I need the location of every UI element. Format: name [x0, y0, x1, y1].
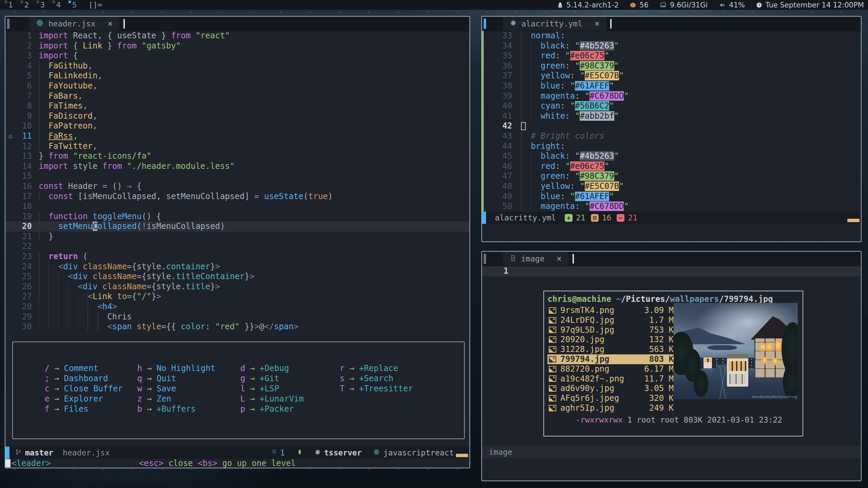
code-line: 16const Header = () ⇒ { [5, 181, 469, 192]
code-editor-alacritty[interactable]: 33 normal:34 black: "#4b5263"35 red: "#e… [484, 31, 861, 212]
line-number: 4 [5, 61, 39, 71]
code-line: 20 setMenuCollapsed(!isMenuCollapsed) [5, 221, 469, 232]
line-number: 27 [5, 292, 39, 302]
code-line: 48 yellow: "#E5C07B" [484, 181, 861, 192]
workspace-4[interactable]: 4 [51, 0, 66, 10]
line-number: 19 [5, 212, 39, 222]
memory-icon [659, 2, 667, 8]
watermark: www.DesktopBackground.org [752, 395, 797, 398]
whichkey-binding: b→+Buffers [133, 404, 215, 414]
file-icon [510, 254, 516, 263]
line-number: 46 [484, 161, 521, 172]
line-number: 42 [484, 121, 521, 131]
line-number: 3 [5, 51, 39, 61]
image-file-icon [549, 336, 556, 343]
close-icon[interactable]: × [595, 19, 599, 28]
cursorline-row[interactable]: 1 [482, 266, 861, 276]
code-line: 6 FaYoutube, [5, 81, 469, 91]
editor-window-image: image × 1 chris@machine ~/Pictures/wallp… [481, 251, 862, 481]
code-line: 11 FaRss, [5, 131, 469, 141]
workspace-1[interactable]: 1 [3, 0, 19, 10]
close-icon[interactable]: × [557, 254, 561, 263]
tab-image[interactable]: image × [503, 252, 568, 266]
line-number: 2 [5, 41, 39, 51]
file-row: 799794.jpg803 K [547, 354, 674, 364]
code-line: 36 green: "#98C379" [484, 61, 861, 71]
workspace-5[interactable]: 5 [66, 0, 82, 10]
line-number: 38 [484, 81, 521, 91]
line-number: 23 [5, 252, 39, 262]
diff-removed-icon: − [617, 214, 624, 222]
mode-indicator [482, 212, 486, 224]
line-number: 16 [5, 181, 39, 192]
line-number: 37 [484, 71, 521, 81]
whichkey-binding: s→+Search [336, 373, 413, 384]
code-line: 19 function toggleMenu() { [5, 212, 469, 222]
line-number: 18 [5, 201, 39, 212]
terminal-preview: chris@machine ~/Pictures/wallpapers/7997… [543, 291, 803, 436]
tab-header-jsx[interactable]: header.jsx × [29, 17, 119, 31]
code-line: 21 } [5, 232, 469, 242]
whichkey-binding: z→Zen [133, 394, 215, 404]
line-number: 17 [5, 192, 39, 202]
cmdline-cursor [5, 459, 11, 467]
image-preview: www.DesktopBackground.org [674, 303, 798, 399]
line-number: 6 [5, 81, 39, 91]
file-row: 97q9L5D.jpg753 K [547, 325, 674, 335]
workspace-3[interactable]: 3 [35, 0, 51, 10]
file-permissions: -rwxrwxrwx [576, 415, 622, 424]
whichkey-binding: e→Explorer [41, 394, 123, 404]
status-package: 56 [630, 1, 649, 9]
status-memory: 9.6Gi/31Gi [659, 1, 708, 9]
image-file-icon [549, 366, 556, 372]
image-file-icon [549, 346, 556, 353]
cmdline-left: <leader> <esc> close <bs> go up one leve… [5, 459, 469, 468]
workspace-2[interactable]: 2 [19, 0, 35, 10]
code-line: 45 black: "#4b5263" [484, 151, 861, 161]
git-branch-icon [15, 448, 22, 457]
bufferline-separator [484, 19, 486, 29]
code-line: 9 FaDiscord, [5, 111, 469, 121]
code-line: 1import React, { useState } from "react" [5, 31, 469, 41]
diagnostics-indicator: 1 [271, 448, 285, 457]
diff-changed-count: 16 [602, 213, 612, 222]
image-file-icon [549, 317, 556, 324]
line-number: 39 [484, 91, 521, 101]
line-number: 30 [5, 322, 39, 332]
code-line: 13} from "react-icons/fa" [5, 151, 469, 161]
tab-alacritty-yml[interactable]: alacritty.yml × [503, 17, 606, 31]
close-icon[interactable]: × [108, 19, 112, 28]
penguin-icon [557, 1, 563, 9]
bufferline-alacritty: alacritty.yml × [482, 17, 861, 31]
line-number: 33 [484, 31, 521, 41]
lsp-server-indicator: tsserver [314, 448, 362, 457]
whichkey-binding: d→+Debug [236, 363, 304, 373]
whichkey-binding: f→Files [41, 404, 123, 414]
line-number: 47 [484, 171, 521, 181]
git-branch-name: master [25, 448, 53, 457]
line-number: 25 [5, 272, 39, 282]
bufferline-separator [484, 254, 486, 264]
line-number: 48 [484, 181, 521, 192]
statusline-filename: header.jsx [63, 448, 110, 457]
status-volume: 41% [718, 1, 745, 9]
code-line: 24 <div className={style.container}> [5, 262, 469, 272]
code-editor-left[interactable]: 1import React, { useState } from "react"… [5, 31, 469, 332]
code-line: 38 blue: "#61AFEF" [484, 81, 861, 91]
line-number: 34 [484, 41, 521, 51]
code-line: 14import style from "./header.module.les… [5, 161, 469, 172]
scroll-indicator [847, 219, 860, 222]
code-line: 30 <span style={{ color: "red" }}>@</spa… [5, 322, 469, 332]
diff-removed-count: 21 [628, 213, 637, 222]
whichkey-binding: r→+Replace [336, 363, 413, 373]
code-line: 46 red: "#e06c75" [484, 161, 861, 172]
file-row: 24LrDFQ.jpg1.7 M [547, 315, 674, 325]
file-details: -rwxrwxrwx 1 root root 803K 2021-03-01 2… [547, 407, 782, 433]
code-line: 4 FaGithub, [5, 61, 469, 71]
file-row: ad6v90y.jpg3.05 M [547, 384, 674, 393]
line-number: 40 [484, 101, 521, 111]
editor-window-left: header.jsx × 1import React, { useState }… [5, 16, 470, 468]
editor-window-alacritty: alacritty.yml × 33 normal:34 black: "#4b… [481, 16, 862, 242]
art-island [707, 345, 737, 350]
code-line: 2import { Link } from "gatsby" [5, 41, 469, 51]
